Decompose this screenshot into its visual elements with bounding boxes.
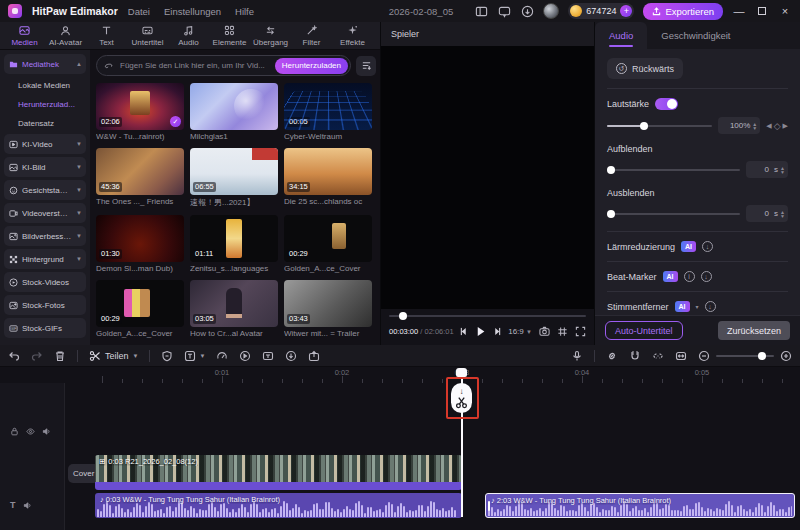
- media-item[interactable]: 01:11 ✓ Zenitsu_s...languages: [190, 215, 278, 273]
- sidebar-item-ki-bild[interactable]: KI-Bild▼: [4, 157, 86, 177]
- download-circle-icon[interactable]: ↓: [701, 271, 712, 282]
- media-thumbnail[interactable]: 45:36 ✓: [96, 148, 184, 195]
- tab-geschwindigkeit[interactable]: Geschwindigkeit: [647, 22, 744, 49]
- grid-icon[interactable]: [557, 326, 568, 337]
- media-thumbnail[interactable]: 01:11 ✓: [190, 215, 278, 262]
- playback-speed-icon[interactable]: [239, 350, 251, 362]
- player-progress-bar[interactable]: [389, 312, 586, 320]
- video-link-input[interactable]: [118, 60, 271, 71]
- media-item[interactable]: 03:43 ✓ Witwer mit... = Trailer: [284, 280, 372, 338]
- delete-button[interactable]: [54, 350, 66, 362]
- reverse-button[interactable]: ↺ Rückwärts: [607, 58, 683, 79]
- tab-uebergang[interactable]: Übergang: [250, 25, 291, 47]
- audio-clip-2-selected[interactable]: ♪ 2:03 W&W - Tung Tung Tung Sahur (Itali…: [485, 493, 795, 518]
- fade-in-value-box[interactable]: 0s▲▼: [746, 161, 788, 178]
- download-video-button[interactable]: Herunterzuladen: [275, 58, 348, 74]
- volume-slider[interactable]: [607, 122, 712, 130]
- media-thumbnail[interactable]: 34:15 ✓: [284, 148, 372, 195]
- credits-pill[interactable]: 674724 +: [568, 3, 634, 19]
- audio-clip-1[interactable]: ♪ 0:03 W&W - Tung Tung Tung Sahur (Itali…: [95, 493, 462, 518]
- expand-caret-icon[interactable]: ▾: [696, 303, 699, 310]
- tab-effekte[interactable]: Effekte: [332, 25, 373, 47]
- sidebar-item-hintergrund[interactable]: Hintergrund▼: [4, 249, 86, 269]
- add-text-button[interactable]: ▼: [184, 350, 205, 362]
- tab-text[interactable]: Text: [86, 25, 127, 47]
- media-thumbnail[interactable]: 03:43 ✓: [284, 280, 372, 327]
- media-item[interactable]: 01:30 ✓ Demon Sl...man Dub): [96, 215, 184, 273]
- feedback-icon[interactable]: [497, 4, 511, 18]
- timeline-ruler[interactable]: 0:010:020:030:040:05: [0, 367, 800, 383]
- layout-panels-icon[interactable]: [474, 4, 488, 18]
- split-button[interactable]: Teilen▼: [89, 350, 138, 362]
- sidebar-item-bildverbesserer[interactable]: Bildverbesser...▼: [4, 226, 86, 246]
- menu-datei[interactable]: Datei: [128, 6, 150, 17]
- snapshot-icon[interactable]: [539, 326, 550, 337]
- fit-timeline-icon[interactable]: [675, 350, 687, 362]
- media-thumbnail[interactable]: 01:30 ✓: [96, 215, 184, 262]
- prev-frame-button[interactable]: [459, 327, 468, 336]
- add-credits-button[interactable]: +: [620, 5, 632, 17]
- track-mute-icon[interactable]: [42, 427, 51, 436]
- fullscreen-icon[interactable]: [575, 326, 586, 337]
- media-thumbnail[interactable]: 00:29 ✓: [284, 215, 372, 262]
- speed-gauge-icon[interactable]: [216, 350, 228, 362]
- media-thumbnail[interactable]: 02:06 ✓: [96, 83, 184, 130]
- media-thumbnail[interactable]: 03:05 ✓: [190, 280, 278, 327]
- tab-audio-settings[interactable]: Audio: [595, 22, 647, 49]
- sidebar-item-mediathek[interactable]: Mediathek▲: [4, 54, 86, 74]
- volume-toggle[interactable]: [655, 98, 678, 110]
- tab-ai-avatar[interactable]: AI-Avatar: [45, 25, 86, 47]
- tab-filter[interactable]: Filter: [291, 25, 332, 47]
- info-circle-icon[interactable]: i: [684, 271, 695, 282]
- sidebar-item-stock-gifs[interactable]: GIF Stock-GIFs: [4, 318, 86, 338]
- timeline-zoom-slider[interactable]: [716, 352, 774, 360]
- media-item[interactable]: 03:05 ✓ How to Cr...al Avatar: [190, 280, 278, 338]
- export-clip-icon[interactable]: [308, 350, 320, 362]
- fade-out-value-box[interactable]: 0s▲▼: [746, 205, 788, 222]
- media-item[interactable]: 45:36 ✓ The Ones ..._ Friends: [96, 148, 184, 208]
- zoom-knob[interactable]: [758, 352, 766, 360]
- clip-trim-handle[interactable]: [488, 501, 490, 511]
- menu-einstellungen[interactable]: Einstellungen: [164, 6, 221, 17]
- media-item[interactable]: ✓ Milchglas1: [190, 83, 278, 141]
- fade-out-slider[interactable]: [607, 210, 740, 218]
- media-item[interactable]: 34:15 ✓ Die 25 sc...chlands oc: [284, 148, 372, 208]
- media-thumbnail[interactable]: ✓: [190, 83, 278, 130]
- maximize-button[interactable]: [755, 5, 769, 17]
- play-button[interactable]: [475, 326, 486, 337]
- link-clips-icon[interactable]: [606, 350, 618, 362]
- media-thumbnail[interactable]: 06:55 ✓: [190, 148, 278, 195]
- media-item[interactable]: 02:06 ✓ W&W - Tu...rainrot): [96, 83, 184, 141]
- unlink-clips-icon[interactable]: [652, 350, 664, 362]
- zoom-out-button[interactable]: [698, 350, 710, 362]
- sidebar-item-videoverstaerker[interactable]: Videoverstärk...▼: [4, 203, 86, 223]
- aspect-ratio-select[interactable]: 16:9 ▼: [508, 327, 532, 336]
- media-thumbnail[interactable]: 00:29 ✓: [96, 280, 184, 327]
- download-clip-icon[interactable]: [285, 350, 297, 362]
- download-manager-icon[interactable]: [520, 4, 534, 18]
- track-lock-icon[interactable]: [10, 427, 19, 436]
- track-text-icon[interactable]: T: [10, 501, 16, 510]
- tab-untertitel[interactable]: Untertitel: [127, 25, 168, 47]
- playhead-handle[interactable]: [456, 368, 467, 377]
- sidebar-item-ki-video[interactable]: KI-Video▼: [4, 134, 86, 154]
- video-clip[interactable]: ⊞0:03 R21_2026_02_08(12): [95, 455, 462, 490]
- sort-list-button[interactable]: [356, 56, 376, 76]
- user-avatar[interactable]: [543, 3, 559, 19]
- track-mute-icon[interactable]: [23, 501, 32, 510]
- sidebar-item-stock-fotos[interactable]: Stock-Fotos: [4, 295, 86, 315]
- export-button[interactable]: Exportieren: [643, 3, 723, 20]
- minimize-button[interactable]: —: [732, 5, 746, 17]
- player-viewport[interactable]: [381, 46, 594, 309]
- add-subtitle-icon[interactable]: [262, 350, 274, 362]
- sidebar-item-lokale-medien[interactable]: Lokale Medien: [4, 77, 86, 94]
- sidebar-item-gesichtstausch[interactable]: Gesichtstausch▼: [4, 180, 86, 200]
- record-voiceover-icon[interactable]: [571, 350, 583, 362]
- media-item[interactable]: 00:29 ✓ Golden_A...ce_Cover: [96, 280, 184, 338]
- next-frame-button[interactable]: [493, 327, 502, 336]
- keyframe-controls[interactable]: ◀◇▶: [766, 121, 788, 131]
- menu-hilfe[interactable]: Hilfe: [235, 6, 254, 17]
- reset-button[interactable]: Zurücksetzen: [718, 321, 790, 340]
- redo-button[interactable]: [31, 350, 43, 362]
- download-circle-icon[interactable]: ↓: [705, 301, 716, 312]
